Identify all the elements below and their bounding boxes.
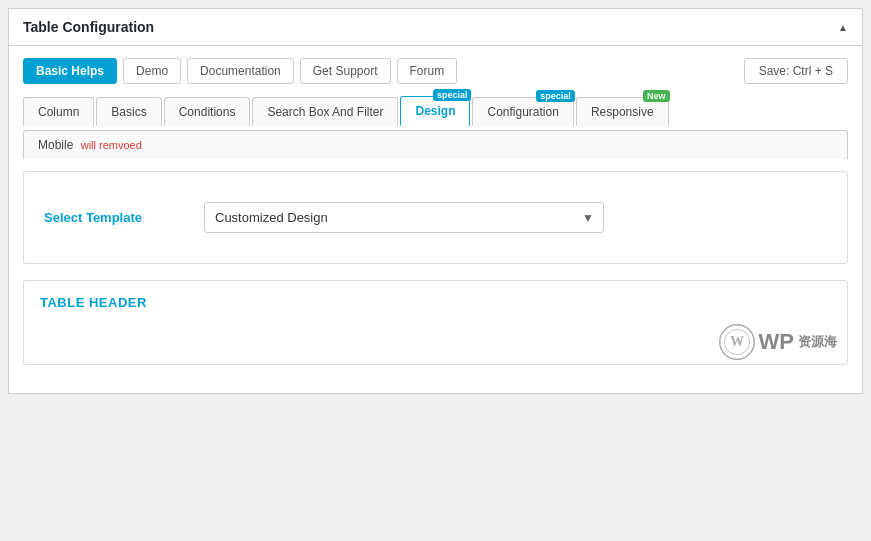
main-panel: Table Configuration ▲ Basic Helps Demo D… [8,8,863,394]
configuration-badge: special [536,90,575,102]
tab-configuration[interactable]: special Configuration [472,97,573,126]
tab-design[interactable]: special Design [400,96,470,126]
table-header-section: TABLE HEADER W WP 资源海 [23,280,848,365]
tab-basics[interactable]: Basics [96,97,161,126]
section-inner: Select Template Customized Design Defaul… [24,172,847,263]
nav-left: Basic Helps Demo Documentation Get Suppo… [23,58,457,84]
collapse-icon[interactable]: ▲ [838,22,848,33]
mobile-will-removed: will remvoed [81,139,142,151]
nav-right: Save: Ctrl + S [744,58,848,84]
tabs-row: Column Basics Conditions Search Box And … [23,96,848,126]
forum-button[interactable]: Forum [397,58,458,84]
tab-mobile[interactable]: Mobile will remvoed [23,130,848,159]
table-header-title-row: TABLE HEADER [24,281,847,324]
field-row: Select Template Customized Design Defaul… [44,202,827,233]
wp-subtext: 资源海 [798,333,837,351]
tab-conditions[interactable]: Conditions [164,97,251,126]
get-support-button[interactable]: Get Support [300,58,391,84]
top-nav: Basic Helps Demo Documentation Get Suppo… [23,58,848,84]
svg-text:W: W [730,334,744,349]
basic-helps-button[interactable]: Basic Helps [23,58,117,84]
watermark: W WP 资源海 [719,324,837,360]
select-template-label: Select Template [44,210,184,225]
panel-title: Table Configuration [23,19,154,35]
wordpress-logo: W [719,324,755,360]
mobile-tab-row: Mobile will remvoed [23,130,848,159]
tab-column[interactable]: Column [23,97,94,126]
select-template-section: Select Template Customized Design Defaul… [23,171,848,264]
select-template-wrapper: Customized Design Default Classic Modern… [204,202,604,233]
demo-button[interactable]: Demo [123,58,181,84]
panel-header: Table Configuration ▲ [9,9,862,46]
responsive-badge: New [643,90,670,102]
wp-brand-text: WP [759,329,794,355]
panel-body: Basic Helps Demo Documentation Get Suppo… [9,46,862,393]
tab-search-box[interactable]: Search Box And Filter [252,97,398,126]
tab-responsive[interactable]: New Responsive [576,97,669,126]
design-badge: special [433,89,472,101]
select-template-dropdown[interactable]: Customized Design Default Classic Modern [204,202,604,233]
table-header-title: TABLE HEADER [40,295,147,310]
save-button[interactable]: Save: Ctrl + S [744,58,848,84]
documentation-button[interactable]: Documentation [187,58,294,84]
